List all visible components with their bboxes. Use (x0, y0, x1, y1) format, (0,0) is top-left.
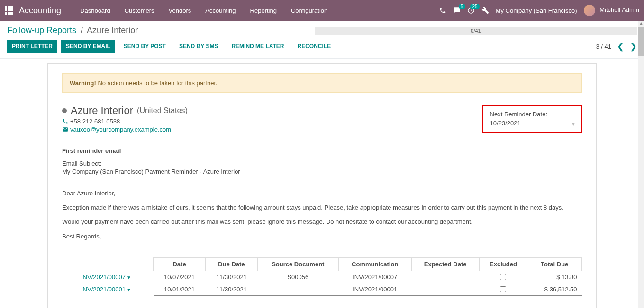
nav-customers[interactable]: Customers (118, 1, 162, 20)
control-panel-top: Follow-up Reports / Azure Interior 0/41 (0, 21, 644, 38)
col-expected: Expected Date (411, 257, 479, 271)
form-view: Warning! No action needs to be taken for… (0, 63, 644, 308)
warning-tag: Warning! (70, 79, 96, 87)
col-excluded: Excluded (479, 257, 527, 271)
cell-date: 10/01/2021 (154, 283, 206, 296)
cell-expected[interactable] (411, 283, 479, 296)
table-row: INV/2021/00001▼ 10/01/2021 11/30/2021 IN… (76, 283, 582, 296)
user-name: Mitchell Admin (599, 6, 639, 13)
partner-phone: +58 212 681 0538 (70, 118, 120, 125)
warning-alert: Warning! No action needs to be taken for… (62, 73, 582, 93)
partner-email[interactable]: vauxoo@yourcompany.example.com (70, 126, 171, 133)
excluded-checkbox[interactable] (500, 286, 506, 292)
send-by-post-button[interactable]: SEND BY POST (119, 40, 171, 53)
excluded-checkbox[interactable] (500, 274, 506, 280)
invoice-table: Date Due Date Source Document Communicat… (76, 257, 582, 296)
email-closing: Best Regards, (62, 232, 582, 241)
col-total-due: Total Due (527, 257, 582, 271)
pager-value[interactable]: 3 / 41 (596, 43, 611, 50)
control-panel-bottom: PRINT LETTER SEND BY EMAIL SEND BY POST … (0, 38, 644, 59)
caret-down-icon[interactable]: ▼ (127, 287, 131, 292)
warning-text: No action needs to be taken for this par… (96, 79, 218, 87)
cell-excluded (479, 283, 527, 296)
pager: 3 / 41 ❮ ❯ (596, 41, 637, 52)
next-reminder-box: Next Reminder Date: 10/23/2021 ▼ (482, 105, 582, 133)
col-communication: Communication (338, 257, 411, 271)
col-date: Date (154, 257, 206, 271)
scrollbar-up-icon[interactable]: ▲ (638, 21, 644, 26)
reconcile-button[interactable]: RECONCILE (293, 40, 336, 53)
send-by-sms-button[interactable]: SEND BY SMS (174, 40, 223, 53)
main-menu: Dashboard Customers Vendors Accounting R… (73, 1, 335, 20)
invoice-link[interactable]: INV/2021/00001▼ (81, 286, 131, 293)
systray: 5 25 My Company (San Francisco) Mitchell… (439, 5, 639, 16)
partner-title: Azure Interior (United States) (62, 105, 188, 117)
cell-total: $ 13.80 (527, 271, 582, 283)
email-body-p1: Exception made if there was a mistake of… (62, 203, 582, 212)
messages-icon[interactable]: 5 (453, 7, 461, 15)
print-letter-button[interactable]: PRINT LETTER (7, 40, 57, 53)
email-subject-label: Email Subject: (62, 160, 582, 167)
reminder-level-title: First reminder email (62, 147, 582, 154)
messages-badge: 5 (459, 4, 465, 9)
email-body-p2: Would your payment have been carried out… (62, 218, 582, 226)
table-header-row: Date Due Date Source Document Communicat… (76, 257, 582, 271)
cell-comm: INV/2021/00007 (338, 271, 411, 283)
cell-comm: INV/2021/00001 (338, 283, 411, 296)
company-switcher[interactable]: My Company (San Francisco) (496, 7, 577, 14)
partner-email-row: vauxoo@yourcompany.example.com (62, 126, 188, 133)
nav-dashboard[interactable]: Dashboard (73, 1, 118, 20)
partner-name: Azure Interior (71, 105, 133, 117)
nav-accounting[interactable]: Accounting (198, 1, 243, 20)
invoice-section: Date Due Date Source Document Communicat… (62, 257, 582, 296)
partner-country: (United States) (137, 106, 188, 115)
nav-configuration[interactable]: Configuration (284, 1, 335, 20)
activities-badge: 25 (470, 4, 479, 9)
next-reminder-label: Next Reminder Date: (490, 111, 547, 118)
cell-excluded (479, 271, 527, 283)
send-by-email-button[interactable]: SEND BY EMAIL (61, 40, 115, 53)
remind-me-later-button[interactable]: REMIND ME LATER (227, 40, 289, 53)
partner-header: Azure Interior (United States) +58 212 6… (62, 105, 582, 134)
pager-next-icon[interactable]: ❯ (630, 41, 637, 52)
cell-total: $ 36,512.50 (527, 283, 582, 296)
scrollbar[interactable]: ▲ (638, 21, 644, 308)
breadcrumb-separator: / (81, 26, 83, 35)
pager-prev-icon[interactable]: ❮ (617, 41, 624, 52)
cell-due: 11/30/2021 (205, 271, 257, 283)
user-menu[interactable]: Mitchell Admin (584, 5, 639, 16)
nav-vendors[interactable]: Vendors (162, 1, 199, 20)
breadcrumb-root[interactable]: Follow-up Reports (7, 26, 76, 35)
top-navbar: Accounting Dashboard Customers Vendors A… (0, 0, 644, 21)
cell-due: 11/30/2021 (205, 283, 257, 296)
phone-icon (62, 118, 68, 124)
breadcrumb-current: Azure Interior (87, 26, 138, 35)
form-sheet: Warning! No action needs to be taken for… (47, 63, 597, 308)
progress-bar: 0/41 (315, 27, 637, 35)
invoice-link[interactable]: INV/2021/00007▼ (81, 273, 131, 281)
cell-source (257, 283, 338, 296)
email-greeting: Dear Azure Interior, (62, 189, 582, 198)
activities-icon[interactable]: 25 (467, 7, 475, 15)
trust-dot-icon[interactable] (62, 108, 67, 113)
phone-icon[interactable] (439, 7, 446, 15)
app-title[interactable]: Accounting (19, 6, 61, 16)
col-due-date: Due Date (205, 257, 257, 271)
caret-down-icon[interactable]: ▼ (127, 275, 131, 280)
col-source: Source Document (257, 257, 338, 271)
nav-reporting[interactable]: Reporting (243, 1, 284, 20)
email-subject[interactable]: My Company (San Francisco) Payment Remin… (62, 168, 582, 175)
cell-expected[interactable] (411, 271, 479, 283)
caret-down-icon[interactable]: ▼ (571, 122, 576, 127)
tools-icon[interactable] (481, 7, 489, 15)
user-avatar (584, 5, 595, 16)
cell-date: 10/07/2021 (154, 271, 206, 283)
scrollbar-thumb[interactable] (638, 27, 644, 56)
table-row: INV/2021/00007▼ 10/07/2021 11/30/2021 S0… (76, 271, 582, 283)
cell-source: S00056 (257, 271, 338, 283)
apps-icon[interactable] (5, 6, 13, 15)
breadcrumb: Follow-up Reports / Azure Interior (7, 26, 138, 35)
next-reminder-date[interactable]: 10/23/2021 (490, 120, 547, 127)
partner-phone-row: +58 212 681 0538 (62, 118, 188, 125)
envelope-icon (62, 126, 68, 132)
